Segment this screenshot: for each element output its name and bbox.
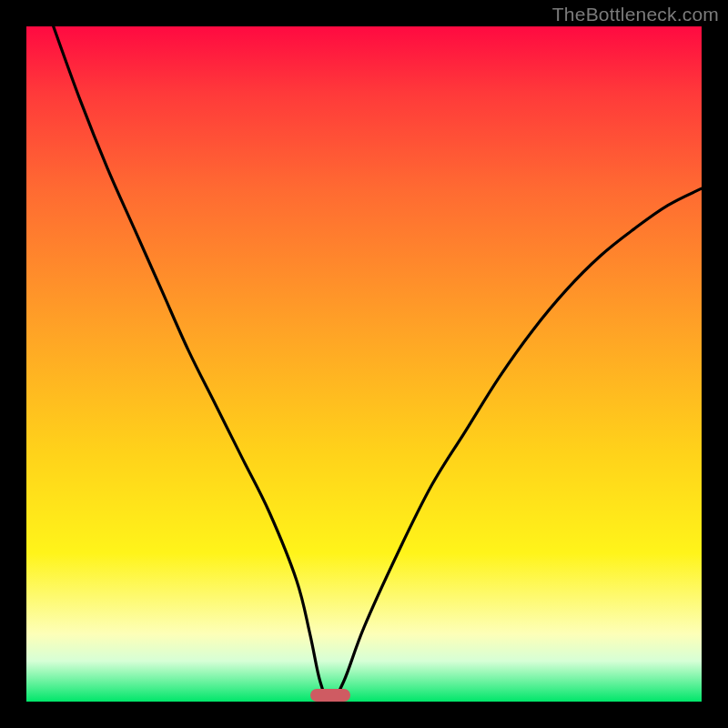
bottleneck-curve — [26, 26, 702, 702]
target-marker — [310, 689, 351, 702]
watermark-text: TheBottleneck.com — [552, 4, 719, 25]
chart-plot-area — [26, 26, 702, 702]
